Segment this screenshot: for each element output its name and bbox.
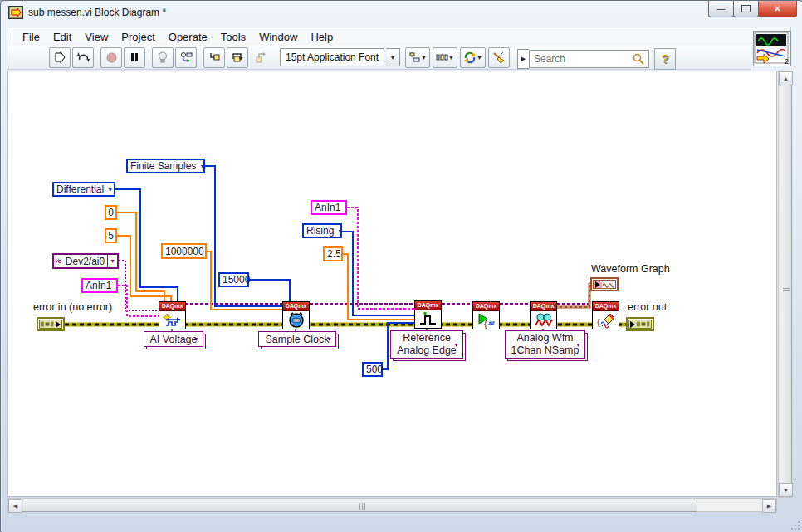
daqmx-header: DAQmx: [473, 302, 499, 311]
pretrigger-samples-constant[interactable]: 500: [362, 362, 383, 377]
trigger-source-constant[interactable]: AnIn1: [311, 200, 347, 215]
selector-dropdown-icon[interactable]: ▼: [193, 336, 199, 342]
arrow-right-icon: ▶: [767, 503, 771, 510]
probe-icon: [180, 51, 193, 63]
menu-window[interactable]: Window: [252, 29, 304, 45]
distribute-objects-button[interactable]: ▼: [433, 47, 457, 68]
help-button[interactable]: ?: [654, 48, 676, 70]
daqmx-clear-task-node[interactable]: DAQmx {: [592, 301, 619, 329]
vertical-scroll-thumb[interactable]: [780, 85, 792, 486]
search-input[interactable]: [529, 50, 649, 68]
enum-dropdown-icon[interactable]: ▼: [107, 187, 113, 193]
error-out-terminal[interactable]: [626, 317, 654, 331]
daqmx-timing-node[interactable]: DAQmx: [282, 301, 310, 329]
arrow-left-icon: ◀: [13, 503, 17, 510]
terminal-direction-icon: [595, 281, 600, 288]
enum-dropdown-icon[interactable]: ▼: [199, 164, 205, 169]
menu-operate[interactable]: Operate: [162, 29, 214, 45]
vi-icon-badge[interactable]: 2: [753, 31, 791, 66]
menu-tools[interactable]: Tools: [214, 29, 252, 45]
chevron-down-icon: ▼: [421, 55, 427, 61]
run-continuous-button[interactable]: [72, 47, 94, 68]
horizontal-scroll-thumb[interactable]: [22, 500, 697, 512]
arrow-up-icon: ▲: [783, 76, 789, 81]
error-in-terminal[interactable]: [37, 317, 65, 331]
selector-dropdown-icon[interactable]: ▼: [326, 336, 332, 342]
step-out-button[interactable]: [250, 47, 271, 68]
menu-project[interactable]: Project: [115, 29, 161, 45]
waveform-graph-label: Waveform Graph: [591, 263, 670, 275]
selector-dropdown-icon[interactable]: ▼: [575, 342, 581, 348]
pretrigger-label: 500: [366, 364, 383, 375]
window-resize-grip[interactable]: [790, 520, 800, 530]
close-button[interactable]: ✕: [758, 1, 797, 17]
trigger-level-constant[interactable]: 2.5: [323, 246, 343, 261]
menu-edit[interactable]: Edit: [46, 29, 78, 45]
minimize-button[interactable]: —: [708, 1, 734, 17]
font-selector-dropdown[interactable]: ▼: [386, 48, 400, 66]
trigger-level-label: 2.5: [327, 248, 341, 260]
menu-bar: File Edit View Project Operate Tools Win…: [7, 27, 791, 46]
thumb-grip: [783, 286, 790, 293]
timing-selector[interactable]: Sample Clock▼: [258, 331, 336, 347]
svg-text:{: {: [484, 319, 487, 329]
device-channel-label: Dev2/ai0: [63, 256, 107, 267]
trigger-selector[interactable]: Reference Analog Edge ▼: [390, 330, 463, 359]
channel-name-constant[interactable]: AnIn1: [81, 278, 118, 293]
read-selector[interactable]: Analog Wfm 1Chan NSamp ▼: [505, 330, 585, 359]
rising-enum[interactable]: Rising▼: [302, 223, 342, 238]
scroll-up-button[interactable]: ▲: [779, 71, 793, 85]
font-selector[interactable]: 15pt Application Font: [280, 48, 384, 66]
run-button[interactable]: [49, 47, 71, 68]
maximize-button[interactable]: [733, 1, 759, 17]
titlebar[interactable]: sub messen.vi Block Diagram * — ✕: [1, 1, 802, 26]
horizontal-scrollbar[interactable]: ◀ ▶: [7, 498, 777, 512]
numeric-constant-5[interactable]: 5: [105, 228, 117, 243]
selector-dropdown-icon[interactable]: ▼: [453, 342, 459, 348]
broom-icon: [492, 51, 506, 64]
daqmx-read-node[interactable]: DAQmx: [530, 301, 557, 329]
samples-constant[interactable]: 15000: [218, 272, 249, 287]
error-cluster-icon: [636, 320, 651, 328]
run-arrow-icon: [54, 51, 66, 63]
search-options-button[interactable]: ▶: [517, 49, 529, 69]
create-channel-selector[interactable]: AI Voltage▼: [144, 331, 203, 347]
scroll-left-button[interactable]: ◀: [8, 499, 22, 513]
clean-up-diagram-button[interactable]: [488, 47, 510, 68]
abort-button[interactable]: [100, 47, 122, 68]
vertical-scrollbar[interactable]: ▲ ▼: [778, 71, 792, 498]
finite-samples-label: Finite Samples: [130, 160, 196, 172]
daqmx-create-channel-node[interactable]: DAQmx: [159, 301, 186, 329]
daqmx-header: DAQmx: [415, 301, 441, 310]
retain-wire-values-button[interactable]: [175, 47, 197, 68]
menu-view[interactable]: View: [78, 29, 115, 45]
enum-dropdown-icon[interactable]: ▼: [337, 228, 343, 234]
daqmx-trigger-node[interactable]: DAQmx: [414, 300, 442, 329]
diagram-canvas[interactable]: [7, 71, 777, 497]
numeric-constant-0[interactable]: 0: [105, 205, 117, 220]
differential-enum[interactable]: Differential▼: [52, 182, 115, 197]
reorder-button[interactable]: ▼: [460, 47, 486, 68]
rate-constant[interactable]: 1000000: [161, 243, 207, 259]
highlight-execution-button[interactable]: [152, 47, 174, 68]
reference-trigger-icon: [418, 311, 438, 328]
menu-file[interactable]: File: [16, 29, 46, 45]
scroll-down-button[interactable]: ▼: [779, 483, 793, 497]
waveform-graph-terminal[interactable]: [590, 277, 619, 291]
pause-icon: [130, 52, 139, 62]
chevron-down-icon: ▼: [477, 55, 482, 61]
align-objects-button[interactable]: ▼: [405, 47, 430, 68]
daqmx-start-task-node[interactable]: DAQmx {: [472, 301, 500, 329]
io-dropdown-icon[interactable]: ▼: [107, 255, 117, 267]
error-cluster-icon: [40, 320, 55, 328]
physical-channel-constant[interactable]: I∕o Dev2/ai0 ▼: [52, 253, 119, 269]
menu-help[interactable]: Help: [304, 29, 340, 45]
io-glyph-icon: I∕o: [54, 255, 63, 267]
scroll-right-button[interactable]: ▶: [762, 499, 776, 513]
step-over-button[interactable]: [227, 47, 248, 68]
align-objects-icon: [408, 51, 421, 63]
finite-samples-enum[interactable]: Finite Samples▼: [126, 159, 205, 173]
step-into-button[interactable]: [203, 47, 225, 68]
pause-button[interactable]: [124, 47, 145, 68]
read-selector-line2: 1Chan NSamp: [511, 344, 579, 356]
